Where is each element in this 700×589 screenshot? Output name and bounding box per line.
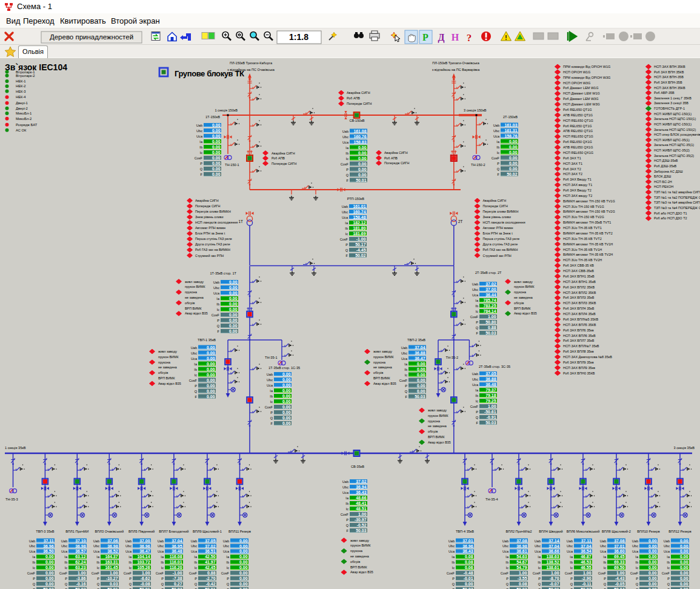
svg-text:161.08: 161.08 <box>353 129 366 133</box>
svg-text:НСП ЗАХ вводу Т1: НСП ЗАХ вводу Т1 <box>563 183 592 187</box>
svg-text:Uab: Uab <box>502 539 508 543</box>
svg-text:79.25: 79.25 <box>485 399 496 403</box>
svg-text:Ia: Ia <box>199 140 203 144</box>
svg-text:0.00: 0.00 <box>212 172 221 176</box>
svg-text:0.88: 0.88 <box>488 325 496 330</box>
svg-text:Uca: Uca <box>535 550 541 553</box>
svg-text:50.02: 50.02 <box>507 172 517 176</box>
svg-text:161.03: 161.03 <box>504 123 517 127</box>
svg-text:0.00: 0.00 <box>282 394 291 398</box>
svg-text:CosF: CosF <box>630 571 639 575</box>
svg-text:37.04: 37.04 <box>172 539 182 543</box>
svg-text:36.98: 36.98 <box>107 544 118 548</box>
svg-text:обігрів: обігрів <box>428 430 438 433</box>
svg-text:Uab: Uab <box>158 539 164 543</box>
svg-text:Uab: Uab <box>223 539 229 543</box>
svg-text:0.00: 0.00 <box>465 582 473 586</box>
svg-text:CosF: CosF <box>598 571 607 575</box>
svg-text:46.53: 46.53 <box>581 560 591 564</box>
svg-text:0.00: 0.00 <box>282 405 291 409</box>
svg-text:0.00: 0.00 <box>282 416 291 420</box>
svg-text:НСП ЗАХ ВПН-35В: НСП ЗАХ ВПН-35В <box>654 75 684 79</box>
svg-text:СВ-35кВ: СВ-35кВ <box>351 465 364 468</box>
svg-text:-7.38: -7.38 <box>173 576 182 581</box>
svg-text:Знеж рівень оливи: Знеж рівень оливи <box>195 215 223 219</box>
svg-text:Перша ступінь ГАЗ реле: Перша ступінь ГАЗ реле <box>195 237 232 241</box>
svg-text:Ubc: Ubc <box>267 378 273 382</box>
svg-text:0.00: 0.00 <box>509 150 518 155</box>
svg-text:Аварійна СИГН: Аварійна СИГН <box>384 151 408 155</box>
svg-text:CosF: CosF <box>195 156 203 160</box>
svg-text:0.00: 0.00 <box>229 291 238 295</box>
svg-text:0.00: 0.00 <box>229 324 238 328</box>
svg-text:37.10: 37.10 <box>75 539 85 543</box>
svg-text:50.01: 50.01 <box>356 178 366 182</box>
svg-text:-1.00: -1.00 <box>356 237 366 241</box>
svg-text:Ubc: Ubc <box>600 544 606 548</box>
svg-text:не заведена: не заведена <box>373 365 392 369</box>
svg-text:Н: Н <box>452 32 459 42</box>
svg-text:Ib: Ib <box>128 561 132 564</box>
svg-text:2Т-35кВ стор. 2Т: 2Т-35кВ стор. 2Т <box>475 271 502 275</box>
svg-text:Ubc: Ubc <box>342 210 348 214</box>
svg-text:Ib: Ib <box>270 394 273 398</box>
svg-text:ВИМКН автомат ТН-35кВ TVТ1: ВИМКН автомат ТН-35кВ TVТ1 <box>563 221 611 224</box>
svg-text:0.00: 0.00 <box>229 318 238 322</box>
svg-text:42.45: 42.45 <box>205 565 215 570</box>
svg-text:0.06: 0.06 <box>465 565 473 570</box>
svg-text:Uab: Uab <box>213 281 219 284</box>
svg-text:0.00: 0.00 <box>229 296 238 301</box>
svg-text:НСП ЗАХ ВПН 35КВ: НСП ЗАХ ВПН 35КВ <box>654 86 685 90</box>
svg-text:0.00: 0.00 <box>229 280 238 284</box>
svg-text:P: P <box>65 577 67 581</box>
svg-text:Ubc: Ubc <box>29 544 35 548</box>
svg-text:Ic: Ic <box>452 566 455 570</box>
svg-text:50.02: 50.02 <box>355 253 365 258</box>
svg-text:Авар відкл В35: Авар відкл В35 <box>158 382 181 385</box>
svg-text:Ic: Ic <box>97 566 100 570</box>
svg-text:Ic: Ic <box>195 566 198 570</box>
svg-text:НСП ОРІОН W3G: НСП ОРІОН W3G <box>563 81 590 85</box>
svg-text:Ubc: Ubc <box>196 129 202 133</box>
svg-text:1.00: 1.00 <box>142 571 150 575</box>
svg-text:Роб REL650 QX1G: Роб REL650 QX1G <box>563 140 592 144</box>
svg-text:0.00: 0.00 <box>282 372 291 376</box>
svg-text:0.00: 0.00 <box>229 285 238 290</box>
svg-text:0.00: 0.00 <box>509 145 518 149</box>
svg-text:0.00: 0.00 <box>229 329 238 333</box>
svg-text:36.44: 36.44 <box>485 293 496 297</box>
svg-text:Ubc: Ubc <box>191 544 197 548</box>
svg-text:живл заводу: живл заводу <box>428 408 447 412</box>
svg-text:37.04: 37.04 <box>548 544 559 548</box>
svg-text:783.25: 783.25 <box>483 304 496 308</box>
svg-text:46.55: 46.55 <box>581 565 591 570</box>
svg-text:36.48: 36.48 <box>172 549 182 553</box>
svg-text:0.00: 0.00 <box>648 544 657 548</box>
svg-text:Q: Q <box>570 582 573 586</box>
svg-text:Роб ЗАХ ВПЛ9 35кв: Роб ЗАХ ВПЛ9 35кв <box>563 361 594 364</box>
svg-text:158.76: 158.76 <box>504 134 517 138</box>
svg-text:Ubc: Ubc <box>93 544 99 548</box>
svg-text:Uca: Uca <box>342 141 349 144</box>
svg-text:НСП ЖИВЛ ЩПС-150(1): НСП ЖИВЛ ЩПС-150(1) <box>654 122 692 126</box>
svg-text:0.00: 0.00 <box>417 367 425 371</box>
svg-text:Q: Q <box>604 582 607 586</box>
svg-text:F: F <box>201 173 203 176</box>
svg-text:Ubc: Ubc <box>342 135 348 139</box>
svg-text:1.00: 1.00 <box>78 571 86 575</box>
svg-text:CosF: CosF <box>212 313 220 317</box>
svg-text:37.02: 37.02 <box>356 479 366 484</box>
svg-text:36.96: 36.96 <box>462 544 473 548</box>
svg-text:Uca: Uca <box>158 550 164 553</box>
svg-text:не заведена: не заведена <box>514 296 533 299</box>
svg-text:0.00: 0.00 <box>417 362 425 366</box>
svg-text:36.50: 36.50 <box>43 549 53 553</box>
svg-text:Роб Діамант LEM W3G: Роб Діамант LEM W3G <box>563 97 598 101</box>
svg-text:Струмний зах РПН: Струмний зах РПН <box>195 254 224 258</box>
svg-text:Роб ЗАХ ВПЛ№5 35КВ: Роб ЗАХ ВПЛ№5 35КВ <box>563 318 598 321</box>
svg-text:Загальна НСП ЩПС-150(1): Загальна НСП ЩПС-150(1) <box>654 117 696 121</box>
svg-text:Попередж СИГН: Попередж СИГН <box>384 161 410 165</box>
svg-text:Ic: Ic <box>476 399 479 403</box>
svg-text:ТЗП №1 та №2 ПОПЕРЕДЖ СИГН: ТЗП №1 та №2 ПОПЕРЕДЖ СИГН <box>654 196 700 199</box>
svg-text:з відпайкою на ПС Очаківська: з відпайкою на ПС Очаківська <box>227 68 275 72</box>
